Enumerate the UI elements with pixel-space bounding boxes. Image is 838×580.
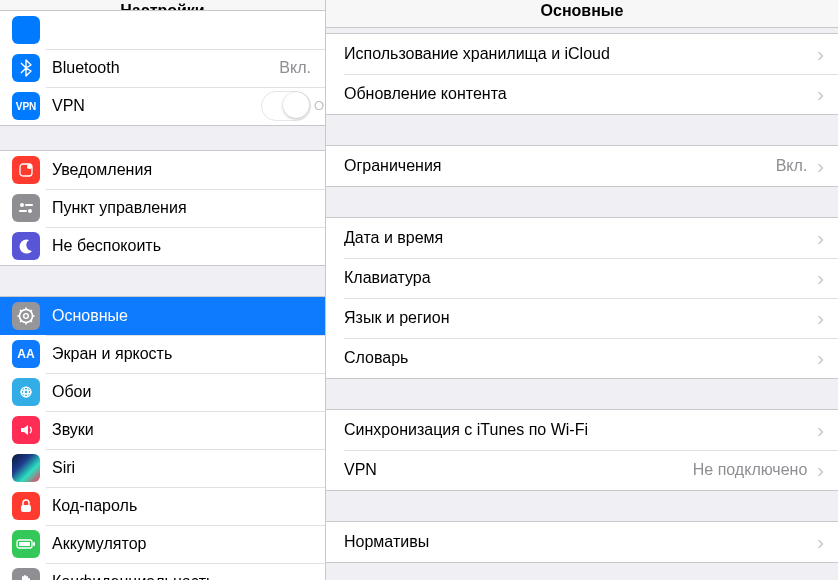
battery-icon [12, 530, 40, 558]
sidebar-item-label: Bluetooth [52, 59, 271, 77]
detail-item-label: Нормативы [344, 533, 807, 551]
sidebar-item-battery[interactable]: Аккумулятор [0, 525, 325, 563]
detail-item-value: Не подключено [693, 461, 808, 479]
wifi-icon [12, 16, 40, 44]
chevron-right-icon: › [817, 348, 824, 368]
privacy-icon [12, 568, 40, 580]
sidebar-item-bluetooth[interactable]: Bluetooth Вкл. [0, 49, 325, 87]
detail-item-label: Использование хранилища и iCloud [344, 45, 807, 63]
detail-item-restrictions[interactable]: Ограничения Вкл. › [326, 146, 838, 186]
svg-rect-23 [33, 542, 35, 546]
chevron-right-icon: › [817, 420, 824, 440]
svg-point-18 [21, 390, 31, 394]
detail-item-label: Ограничения [344, 157, 768, 175]
settings-sidebar: Настройки Bluetooth Вкл. VPN VPN [0, 0, 326, 580]
chevron-right-icon: › [817, 532, 824, 552]
detail-item-refresh[interactable]: Обновление контента › [326, 74, 838, 114]
moon-icon [12, 232, 40, 260]
chevron-right-icon: › [817, 268, 824, 288]
detail-item-itunes-sync[interactable]: Синхронизация с iTunes по Wi-Fi › [326, 410, 838, 450]
detail-item-label: Синхронизация с iTunes по Wi-Fi [344, 421, 807, 439]
bluetooth-icon [12, 54, 40, 82]
sidebar-list[interactable]: Bluetooth Вкл. VPN VPN Уведомления [0, 10, 325, 580]
sidebar-item-sounds[interactable]: Звуки [0, 411, 325, 449]
sidebar-item-label: Пункт управления [52, 199, 311, 217]
svg-point-4 [28, 209, 32, 213]
vpn-icon: VPN [12, 92, 40, 120]
sidebar-item-label: Код-пароль [52, 497, 311, 515]
svg-line-15 [31, 310, 33, 312]
sidebar-item-label: Конфиденциальность [52, 573, 311, 580]
sidebar-item-label: Обои [52, 383, 311, 401]
sidebar-item-privacy[interactable]: Конфиденциальность [0, 563, 325, 580]
display-icon: AA [12, 340, 40, 368]
detail-item-dictionary[interactable]: Словарь › [326, 338, 838, 378]
svg-line-12 [20, 310, 22, 312]
vpn-toggle[interactable] [261, 91, 311, 121]
detail-panel: Основные Использование хранилища и iClou… [326, 0, 838, 580]
sidebar-item-label: Уведомления [52, 161, 311, 179]
sidebar-item-label: VPN [52, 97, 261, 115]
siri-icon [12, 454, 40, 482]
detail-item-keyboard[interactable]: Клавиатура › [326, 258, 838, 298]
sidebar-item-wallpaper[interactable]: Обои [0, 373, 325, 411]
svg-point-16 [21, 387, 31, 397]
detail-item-value: Вкл. [776, 157, 808, 175]
svg-rect-20 [21, 505, 31, 512]
svg-point-1 [27, 164, 32, 169]
chevron-right-icon: › [817, 308, 824, 328]
lock-icon [12, 492, 40, 520]
svg-point-2 [20, 203, 24, 207]
svg-line-13 [31, 321, 33, 323]
detail-list[interactable]: Использование хранилища и iCloud › Обнов… [326, 28, 838, 580]
svg-point-7 [24, 314, 29, 319]
chevron-right-icon: › [817, 156, 824, 176]
gear-icon [12, 302, 40, 330]
sidebar-item-siri[interactable]: Siri [0, 449, 325, 487]
detail-item-label: VPN [344, 461, 685, 479]
sidebar-item-dnd[interactable]: Не беспокоить [0, 227, 325, 265]
detail-item-storage[interactable]: Использование хранилища и iCloud › [326, 34, 838, 74]
chevron-right-icon: › [817, 44, 824, 64]
sidebar-item-value: Вкл. [279, 59, 311, 77]
sidebar-item-label: Звуки [52, 421, 311, 439]
sidebar-item-label: Siri [52, 459, 311, 477]
detail-item-label: Обновление контента [344, 85, 807, 103]
chevron-right-icon: › [817, 460, 824, 480]
sidebar-item-general[interactable]: Основные [0, 297, 325, 335]
detail-item-label: Словарь [344, 349, 807, 367]
sounds-icon [12, 416, 40, 444]
sidebar-item-passcode[interactable]: Код-пароль [0, 487, 325, 525]
svg-rect-3 [25, 204, 33, 206]
sidebar-item-control-center[interactable]: Пункт управления [0, 189, 325, 227]
sidebar-item-vpn[interactable]: VPN VPN [0, 87, 325, 125]
notifications-icon [12, 156, 40, 184]
detail-title: Основные [326, 0, 838, 28]
sidebar-item-label: Основные [52, 307, 311, 325]
sidebar-item-partial[interactable] [0, 11, 325, 49]
detail-item-regulatory[interactable]: Нормативы › [326, 522, 838, 562]
detail-item-label: Язык и регион [344, 309, 807, 327]
wallpaper-icon [12, 378, 40, 406]
detail-item-label: Дата и время [344, 229, 807, 247]
detail-item-vpn[interactable]: VPN Не подключено › [326, 450, 838, 490]
sidebar-item-notifications[interactable]: Уведомления [0, 151, 325, 189]
sidebar-item-display[interactable]: AA Экран и яркость [0, 335, 325, 373]
sidebar-item-label: Не беспокоить [52, 237, 311, 255]
svg-rect-5 [19, 210, 27, 212]
chevron-right-icon: › [817, 84, 824, 104]
svg-rect-22 [19, 542, 30, 546]
detail-item-datetime[interactable]: Дата и время › [326, 218, 838, 258]
detail-item-language[interactable]: Язык и регион › [326, 298, 838, 338]
chevron-right-icon: › [817, 228, 824, 248]
sidebar-item-label: Аккумулятор [52, 535, 311, 553]
detail-item-label: Клавиатура [344, 269, 807, 287]
svg-line-14 [20, 321, 22, 323]
sidebar-item-label: Экран и яркость [52, 345, 311, 363]
control-center-icon [12, 194, 40, 222]
svg-point-19 [24, 387, 28, 397]
